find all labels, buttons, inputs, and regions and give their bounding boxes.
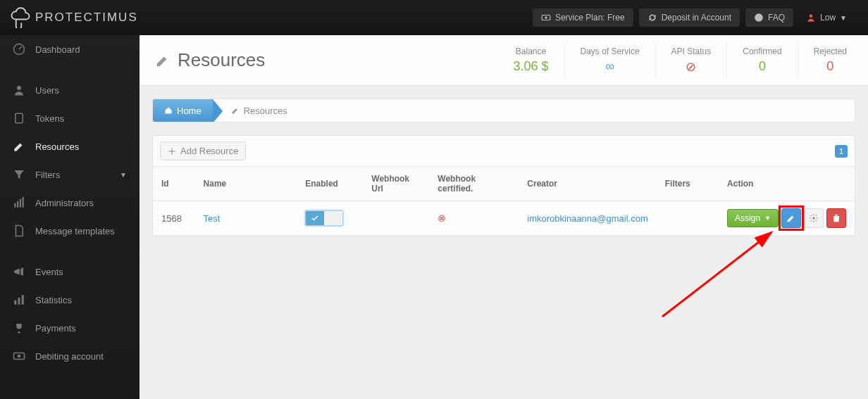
col-filters: Filters [657,167,719,201]
sidebar-item-debiting-account[interactable]: Debiting account [0,342,140,370]
sidebar-item-resources[interactable]: Resources [0,132,140,160]
sidebar-item-label: Dashboard [35,44,80,55]
stat-label: Rejected [814,46,847,56]
svg-rect-7 [14,203,16,208]
svg-point-16 [812,217,815,220]
stats-bar: Balance 3.06 $ Days of Service ∞ API Sta… [497,35,868,85]
svg-point-1 [545,16,547,19]
sidebar-item-dashboard[interactable]: Dashboard [0,35,140,63]
svg-rect-11 [14,300,16,305]
sidebar-item-events[interactable]: Events [0,258,140,286]
edit-row-button[interactable] [781,208,801,228]
faq-label: FAQ [768,13,785,23]
breadcrumb: Home Resources [152,99,855,122]
add-resource-button[interactable]: Add Resource [160,141,246,160]
sidebar-item-label: Users [35,85,59,96]
gauge-icon [13,43,25,56]
creator-link[interactable]: imkorobkinaanna@gmail.com [527,213,647,224]
stat-days: Days of Service ∞ [564,43,655,78]
tablet-icon [13,112,25,125]
stat-confirmed: Confirmed 0 [726,43,797,78]
delete-row-button[interactable] [826,208,846,228]
cell-id: 1568 [153,201,195,236]
sidebar-item-label: Filters [35,170,60,180]
page-number: 1 [839,147,843,156]
info-icon [754,13,764,23]
sidebar: Dashboard Users Tokens Resources Filters… [0,35,140,399]
breadcrumb-current-label: Resources [244,106,287,116]
col-name: Name [195,167,297,201]
svg-point-3 [810,14,813,18]
svg-rect-12 [18,298,20,305]
assign-button[interactable]: Assign ▼ [727,209,779,227]
resources-table: Id Name Enabled Webhook Url Webhook cert… [153,167,855,236]
stat-value: ∞ [605,59,614,74]
page-title: Resources [140,49,280,71]
sidebar-item-label: Payments [35,323,76,334]
faq-button[interactable]: FAQ [745,8,793,27]
breadcrumb-home-label: Home [177,106,202,116]
sidebar-item-label: Resources [35,141,79,152]
stat-label: Balance [516,46,546,56]
caret-down-icon: ▼ [764,215,771,222]
sidebar-item-users[interactable]: Users [0,76,140,104]
cell-filters [657,201,719,236]
stat-api: API Status ⊘ [655,43,727,78]
stat-label: Confirmed [743,46,781,56]
page-number-badge[interactable]: 1 [835,145,848,158]
svg-rect-6 [16,113,23,123]
page-header: Resources Balance 3.06 $ Days of Service… [140,35,868,86]
stat-rejected: Rejected 0 [798,43,862,78]
stat-label: Days of Service [581,46,640,56]
resource-name-link[interactable]: Test [204,213,221,224]
sidebar-item-tokens[interactable]: Tokens [0,104,140,132]
user-icon [806,13,816,23]
sidebar-item-label: Tokens [35,113,64,124]
enabled-toggle[interactable] [305,210,343,226]
file-icon [13,224,25,237]
sidebar-item-filters[interactable]: Filters ▼ [0,160,140,189]
col-webhook: Webhook Url [363,167,429,201]
panel-toolbar: Add Resource 1 [153,136,855,167]
settings-row-button[interactable] [804,208,824,228]
logo[interactable]: PROTECTIMUS [0,7,148,28]
service-plan-label: Service Plan: Free [555,13,625,23]
col-id: Id [153,167,195,201]
sidebar-item-label: Statistics [35,295,72,305]
deposit-label: Deposit in Account [662,13,731,23]
ban-icon: ⊘ [686,59,696,75]
service-plan-button[interactable]: Service Plan: Free [533,8,633,27]
breadcrumb-current: Resources [213,99,299,122]
plus-icon [168,147,176,156]
funnel-icon [13,168,25,181]
sidebar-item-statistics[interactable]: Statistics [0,286,140,314]
trophy-icon [13,322,25,334]
svg-point-5 [17,86,21,90]
page-title-text: Resources [178,49,265,71]
table-row: 1568 Test ⊗ imkorobkinaanna@gmail.com [153,201,855,236]
row-actions: Assign ▼ [727,208,846,228]
trash-icon [831,213,841,223]
svg-rect-8 [17,201,18,208]
col-certified: Webhook certified. [429,167,519,201]
caret-down-icon: ▼ [120,171,127,179]
money-icon [13,350,25,362]
refresh-icon [647,13,657,23]
gear-icon [809,213,819,223]
sidebar-item-label: Administrators [35,198,94,208]
x-circle-icon: ⊗ [438,213,446,224]
resources-panel: Add Resource 1 Id Name Enabled Webhook U… [152,135,855,236]
stat-value: 3.06 $ [513,59,548,74]
cell-webhook [363,201,429,236]
sidebar-item-message-templates[interactable]: Message templates [0,217,140,245]
deposit-button[interactable]: Deposit in Account [639,8,740,27]
sidebar-item-payments[interactable]: Payments [0,314,140,342]
stat-label: API Status [671,46,712,56]
breadcrumb-home[interactable]: Home [153,99,213,122]
sidebar-item-administrators[interactable]: Administrators [0,189,140,217]
caret-down-icon: ▼ [840,14,847,22]
edit-icon [155,53,170,68]
main-content: Resources Balance 3.06 $ Days of Service… [140,35,868,399]
chart-icon [13,293,25,306]
user-menu[interactable]: Low ▼ [799,8,854,27]
